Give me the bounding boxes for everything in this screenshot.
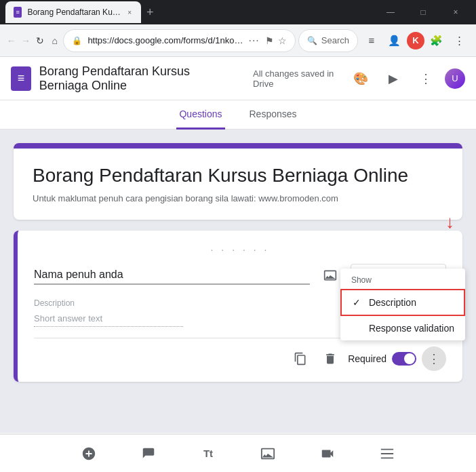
tab-close-button[interactable]: × — [126, 7, 133, 18]
dropdown-menu: Show → ✓ Description Response validation — [340, 269, 465, 340]
app-icon-symbol: ≡ — [18, 71, 25, 85]
address-bar-icons: ⚑ ☆ — [265, 35, 287, 46]
saved-status: All changes saved in Drive — [253, 68, 339, 89]
form-title-card: Borang Pendaftaran Kursus Berniaga Onlin… — [14, 143, 462, 220]
validation-item-label: Response validation — [369, 323, 454, 334]
tab-bar: ≡ Borang Pendaftaran Kursus Be… × + — [5, 1, 154, 23]
lock-icon: 🔒 — [72, 36, 82, 45]
flag-icon[interactable]: ⚑ — [265, 35, 274, 46]
tab-favicon: ≡ — [14, 7, 22, 18]
duplicate-button[interactable] — [288, 347, 313, 371]
search-bar[interactable]: 🔍 Search — [298, 29, 358, 52]
add-section-button[interactable] — [374, 440, 401, 467]
search-icon: 🔍 — [307, 36, 317, 45]
question-more-button[interactable]: ⋮ — [422, 347, 446, 371]
dropdown-validation-item[interactable]: Response validation — [340, 316, 465, 340]
text-icon: Tt — [203, 448, 213, 459]
form-title: Borang Pendaftaran Kursus Berniaga Onlin… — [33, 165, 443, 186]
required-toggle[interactable] — [392, 352, 416, 366]
search-text: Search — [321, 35, 349, 45]
user-icon[interactable]: 👤 — [384, 30, 405, 52]
add-question-button[interactable] — [75, 440, 102, 467]
bookmark-icon[interactable]: ☆ — [278, 35, 287, 46]
tab-title: Borang Pendaftaran Kursus Be… — [27, 7, 121, 17]
form-tabs: Questions Responses — [0, 100, 476, 130]
home-button[interactable]: ⌂ — [49, 30, 60, 52]
delete-button[interactable] — [318, 347, 342, 371]
navigation-bar: ← → ↻ ⌂ 🔒 https://docs.google.com/forms/… — [0, 24, 476, 57]
check-icon: ✓ — [353, 297, 361, 308]
header-right-actions: 🎨 ▶ ⋮ U — [347, 65, 465, 92]
browser-menu-icon[interactable]: ⋮ — [449, 30, 471, 52]
close-button[interactable]: × — [441, 1, 471, 23]
bottom-toolbar: Tt — [0, 434, 476, 472]
tab-responses[interactable]: Responses — [247, 100, 300, 130]
window-controls: — □ × — [376, 1, 471, 23]
app-icon: ≡ — [11, 66, 31, 91]
nav-right-icons: ≡ 👤 K 🧩 ⋮ — [361, 30, 471, 52]
add-image-bottom-button[interactable] — [254, 440, 281, 467]
profile-avatar[interactable]: U — [445, 68, 465, 89]
account-circle[interactable]: K — [407, 32, 424, 50]
bookmarks-icon[interactable]: ≡ — [361, 30, 382, 52]
minimize-button[interactable]: — — [376, 1, 405, 23]
form-description: Untuk maklumat penuh cara pengisian bora… — [33, 193, 443, 203]
import-questions-button[interactable] — [135, 440, 162, 467]
address-bar[interactable]: 🔒 https://docs.google.com/forms/d/1nko… … — [63, 29, 295, 52]
url-text: https://docs.google.com/forms/d/1nko… — [87, 35, 243, 45]
back-button[interactable]: ← — [5, 30, 17, 52]
description-item-label: Description — [369, 297, 416, 308]
extensions-icon[interactable]: 🧩 — [426, 30, 448, 52]
dropdown-header: Show — [340, 269, 465, 289]
main-content: Borang Pendaftaran Kursus Berniaga Onlin… — [0, 130, 476, 433]
app-header: ≡ Borang Pendaftaran Kursus Berniaga Onl… — [0, 57, 476, 100]
add-image-button[interactable] — [318, 263, 342, 288]
answer-placeholder: Short answer text — [34, 313, 183, 327]
palette-button[interactable]: 🎨 — [347, 65, 374, 92]
required-label: Required — [348, 353, 386, 364]
dropdown-description-item[interactable]: → ✓ Description — [340, 289, 465, 316]
drag-handle: · · · · · · — [34, 244, 446, 255]
red-arrow-down-annotation: ↓ — [445, 212, 454, 233]
address-more-icon[interactable]: ··· — [248, 35, 259, 47]
app-title: Borang Pendaftaran Kursus Berniaga Onlin… — [39, 64, 239, 93]
question-text-input[interactable] — [34, 266, 310, 285]
add-title-button[interactable]: Tt — [195, 440, 222, 467]
maximize-button[interactable]: □ — [408, 1, 438, 23]
active-tab[interactable]: ≡ Borang Pendaftaran Kursus Be… × — [5, 1, 141, 23]
add-video-button[interactable] — [314, 440, 341, 467]
header-more-button[interactable]: ⋮ — [412, 65, 439, 92]
tab-questions[interactable]: Questions — [176, 100, 224, 130]
toggle-thumb — [404, 353, 415, 364]
question-toolbar: Required ⋮ — [34, 338, 446, 371]
new-tab-button[interactable]: + — [146, 5, 154, 20]
forward-button[interactable]: → — [20, 30, 31, 52]
question-card: ↓ · · · · · · ≡ Short answer ▼ Descripti… — [14, 231, 462, 382]
preview-button[interactable]: ▶ — [380, 65, 407, 92]
browser-titlebar: ≡ Borang Pendaftaran Kursus Be… × + — □ … — [0, 0, 476, 24]
refresh-button[interactable]: ↻ — [35, 30, 46, 52]
profile-image: U — [445, 68, 465, 89]
